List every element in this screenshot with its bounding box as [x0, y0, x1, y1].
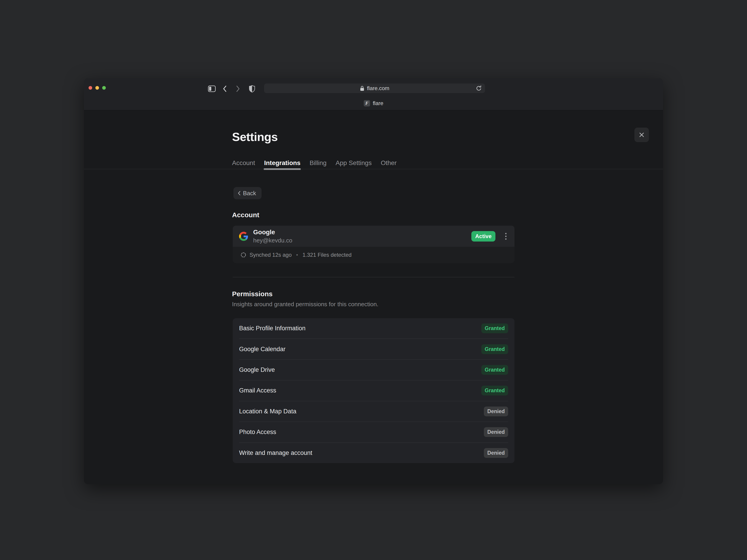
google-card-titles: Google hey@kevdu.co	[253, 229, 292, 244]
tab-integrations[interactable]: Integrations	[264, 157, 301, 169]
sync-status-text: Synched 12s ago	[250, 252, 291, 258]
sidebar-icon	[208, 85, 216, 92]
tab-billing[interactable]: Billing	[309, 157, 327, 169]
refresh-button[interactable]	[475, 85, 482, 92]
account-email: hey@kevdu.co	[253, 237, 292, 244]
page-title: Settings	[232, 130, 515, 144]
provider-name: Google	[253, 229, 292, 236]
google-integration-card: Google hey@kevdu.co Active	[233, 225, 515, 263]
permission-status-badge: Denied	[484, 406, 508, 416]
permission-status-badge: Granted	[481, 344, 508, 354]
tab-title: flare	[373, 100, 384, 106]
browser-window: flare.com	[84, 78, 663, 484]
tab-other[interactable]: Other	[381, 157, 397, 169]
settings-page: Settings Account Integrations Billing Ap…	[84, 110, 663, 484]
sync-status-bar: Synched 12s ago • 1.321 Files detected	[233, 247, 515, 263]
separator-dot: •	[296, 252, 298, 258]
permission-row: Location & Map Data Denied	[239, 401, 508, 422]
permissions-section-heading: Permissions	[232, 290, 273, 298]
close-button[interactable]	[635, 128, 649, 142]
favicon: F	[364, 100, 370, 106]
permission-status-badge: Granted	[481, 365, 508, 375]
privacy-shield-button[interactable]	[248, 84, 257, 93]
permission-row: Google Calendar Granted	[239, 339, 508, 359]
permission-row: Basic Profile Information Granted	[239, 318, 508, 339]
chevron-left-icon	[237, 191, 241, 196]
permissions-subtitle: Insights around granted permissions for …	[232, 301, 379, 308]
status-badge-active: Active	[471, 231, 495, 242]
google-card-main: Google hey@kevdu.co Active	[233, 225, 515, 247]
lock-icon	[360, 85, 365, 91]
permission-row: Photo Access Denied	[239, 422, 508, 443]
permission-label: Location & Map Data	[239, 408, 296, 415]
permission-label: Google Drive	[239, 366, 275, 373]
active-tab[interactable]: F flare	[84, 97, 663, 110]
permission-status-badge: Denied	[484, 427, 508, 437]
card-menu-button[interactable]	[504, 231, 508, 242]
sidebar-toggle-button[interactable]	[207, 84, 216, 93]
permission-label: Write and manage account	[239, 450, 312, 456]
traffic-light-close[interactable]	[88, 86, 92, 90]
back-button-label: Back	[243, 190, 256, 197]
permission-label: Basic Profile Information	[239, 325, 306, 332]
back-button[interactable]: Back	[233, 187, 262, 199]
settings-tabs: Account Integrations Billing App Setting…	[232, 157, 397, 169]
permission-row: Gmail Access Granted	[239, 380, 508, 401]
traffic-lights	[88, 86, 106, 90]
chevron-left-icon	[223, 85, 227, 92]
permission-status-badge: Denied	[484, 448, 508, 458]
tabs-divider	[84, 169, 663, 169]
traffic-light-zoom[interactable]	[102, 86, 106, 90]
sync-spinner-icon	[240, 252, 246, 258]
permission-label: Google Calendar	[239, 346, 285, 353]
permission-row: Write and manage account Denied	[239, 443, 508, 463]
close-icon	[639, 132, 645, 138]
permission-label: Photo Access	[239, 429, 276, 435]
chevron-right-icon	[236, 85, 240, 92]
permission-row: Google Drive Granted	[239, 360, 508, 380]
section-divider	[233, 277, 515, 277]
url-bar[interactable]: flare.com	[264, 83, 485, 93]
tab-app-settings[interactable]: App Settings	[336, 157, 372, 169]
shield-icon	[249, 85, 255, 92]
browser-toolbar: flare.com	[84, 78, 663, 110]
kebab-menu-icon	[505, 232, 507, 240]
refresh-icon	[475, 85, 482, 92]
permission-status-badge: Granted	[481, 323, 508, 333]
permissions-card: Basic Profile Information Granted Google…	[233, 318, 515, 463]
permission-label: Gmail Access	[239, 387, 276, 394]
google-logo-icon	[239, 232, 248, 241]
nav-back-button[interactable]	[220, 84, 229, 93]
traffic-light-minimize[interactable]	[95, 86, 99, 90]
permission-status-badge: Granted	[481, 386, 508, 395]
files-detected-text: 1.321 Files detected	[303, 252, 352, 258]
tab-account[interactable]: Account	[232, 157, 255, 169]
account-section-heading: Account	[232, 211, 259, 219]
nav-forward-button[interactable]	[233, 84, 242, 93]
url-text: flare.com	[367, 85, 389, 91]
